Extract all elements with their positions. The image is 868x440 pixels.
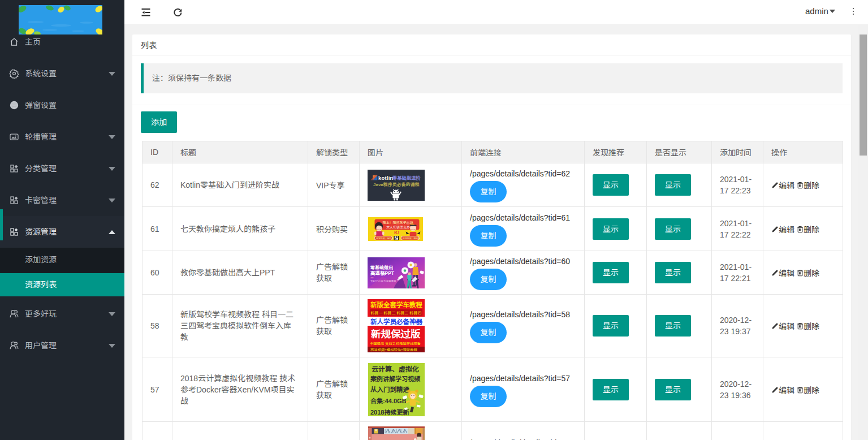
svg-text:案例讲解学习视频: 案例讲解学习视频 — [370, 376, 421, 382]
svg-text:高清视频+模拟软件+理论教程: 高清视频+模拟软件+理论教程 — [370, 348, 418, 352]
svg-text:开学防熊，囤好课: 开学防熊，囤好课 — [403, 236, 420, 239]
svg-text:全国通用 支持手机电脑在线观看: 全国通用 支持手机电脑在线观看 — [370, 342, 421, 346]
svg-text:零基础到进阶: 零基础到进阶 — [392, 175, 421, 180]
svg-text:专ECH小编为正直青睐: 专ECH小编为正直青睐 — [370, 280, 396, 283]
svg-text:云计算、虚拟化: 云计算、虚拟化 — [372, 365, 419, 373]
svg-text:从入门到精通: 从入门到精通 — [370, 386, 409, 393]
svg-text:2018持续更新: 2018持续更新 — [370, 409, 409, 416]
svg-text:零基础做出: 零基础做出 — [370, 265, 393, 270]
svg-text:新规保过版: 新规保过版 — [371, 329, 421, 340]
svg-text:合集:44.0GB: 合集:44.0GB — [370, 398, 407, 404]
svg-text:开学防熊，特价课: 开学防熊，特价课 — [376, 236, 394, 239]
svg-text:kotlin: kotlin — [378, 174, 394, 180]
svg-text:Java程序员必备的课程: Java程序员必备的课程 — [373, 181, 420, 187]
svg-text:赔本！陪熊孩子出游: 赔本！陪熊孩子出游 — [383, 220, 413, 224]
svg-text:科目一 科目二 科目三 科目四: 科目一 科目二 科目三 科目四 — [371, 311, 422, 315]
svg-text:新人学员必备神器: 新人学员必备神器 — [370, 318, 422, 325]
svg-text:K!: K! — [394, 230, 400, 235]
svg-text:新版全套学车教程: 新版全套学车教程 — [370, 301, 422, 308]
svg-text:大人们该怎么办: 大人们该怎么办 — [386, 225, 410, 228]
svg-text:高逼格PPT: 高逼格PPT — [370, 270, 395, 276]
